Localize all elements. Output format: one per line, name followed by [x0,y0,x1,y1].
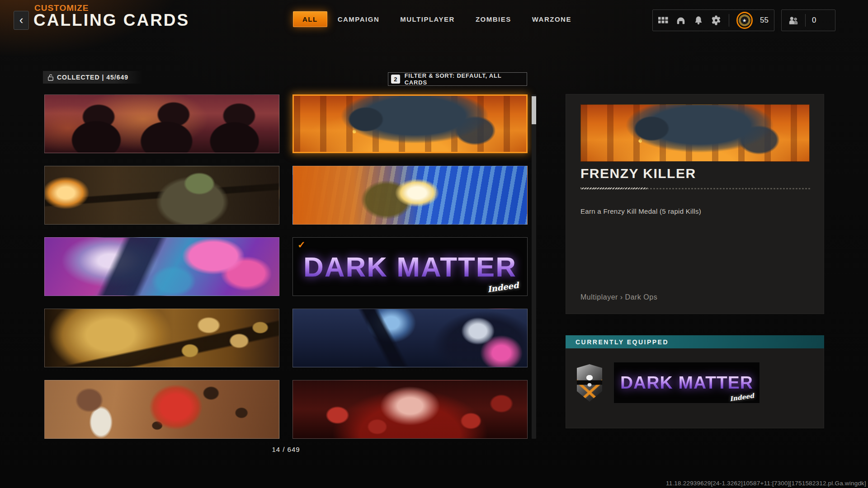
card-jack-in-the-box[interactable] [44,380,279,439]
filter-label: FILTER & SORT: DEFAULT, ALL CARDS [405,72,524,86]
tab-zombies[interactable]: ZOMBIES [465,11,522,27]
card-preview-image [580,104,810,162]
back-chevron-icon: ‹ [19,13,24,27]
friends-online-count: 0 [812,16,816,25]
card-unlock-requirement: Earn a Frenzy Kill Medal (5 rapid Kills) [580,207,701,215]
filter-sort-bar[interactable]: 2 FILTER & SORT: DEFAULT, ALL CARDS [388,72,527,86]
currently-equipped-panel: DARK MATTER Indeed [566,348,824,428]
tab-campaign[interactable]: CAMPAIGN [327,11,390,27]
currently-equipped-label: CURRENTLY EQUIPPED [576,338,669,346]
card-dark-matter[interactable]: ✓ DARK MATTER Indeed [292,237,528,296]
hud-divider [729,14,729,27]
filter-key-hint: 2 [391,75,400,84]
settings-gear-icon[interactable] [711,15,722,26]
tab-warzone[interactable]: WARZONE [522,11,582,27]
card-frenzy-killer-selected[interactable] [292,94,528,153]
card-detail-panel: FRENZY KILLER Earn a Frenzy Kill Medal (… [566,94,824,314]
hud-divider [805,14,806,27]
calling-card-grid: ✓ DARK MATTER Indeed [44,94,528,439]
collected-counter: COLLECTED | 45/649 [43,71,142,84]
grid-scrollbar[interactable] [532,94,536,439]
currently-equipped-header: CURRENTLY EQUIPPED [566,335,824,348]
prestige-emblem-icon[interactable]: ★ [736,12,753,29]
build-version-text: 11.18.22939629[24-1.3262]10587+11:[7300]… [666,480,866,487]
tab-all[interactable]: ALL [293,11,327,27]
scrollbar-thumb[interactable] [532,96,536,124]
category-tabs: ALL CAMPAIGN MULTIPLAYER ZOMBIES WARZONE [293,10,582,28]
back-button[interactable]: ‹ [14,11,29,30]
collected-label: COLLECTED | 45/649 [57,74,128,81]
card-succubus[interactable] [292,380,528,439]
notifications-bell-icon[interactable] [693,15,704,26]
equipped-calling-card: DARK MATTER Indeed [613,362,760,404]
friends-icon[interactable] [788,15,799,26]
tab-multiplayer[interactable]: MULTIPLAYER [390,11,465,27]
headset-icon[interactable] [676,15,686,26]
page-title: CALLING CARDS [33,11,189,30]
card-detail-title: FRENZY KILLER [580,166,696,181]
equipped-card-title: DARK MATTER [620,373,753,393]
card-anime-chainsaw[interactable] [44,237,279,296]
card-undead-cowboys[interactable] [44,94,279,153]
social-hud-box: 0 [781,9,835,31]
season-level: 55 [760,16,769,25]
menu-grid-icon[interactable] [658,15,669,26]
system-hud-box: ★ 55 [652,9,774,31]
player-emblem [577,364,602,402]
unlock-icon [47,74,54,81]
card-category-breadcrumb: Multiplayer › Dark Ops [580,293,657,301]
card-croc-soldier[interactable] [44,166,279,225]
grid-pagination: 14 / 649 [44,446,528,453]
card-skeleton-minigun[interactable] [292,166,528,225]
detail-divider-highlight [580,188,647,189]
card-grim-reaper[interactable] [292,309,528,367]
dark-matter-title: DARK MATTER [303,251,517,283]
card-golden-skulls[interactable] [44,309,279,367]
